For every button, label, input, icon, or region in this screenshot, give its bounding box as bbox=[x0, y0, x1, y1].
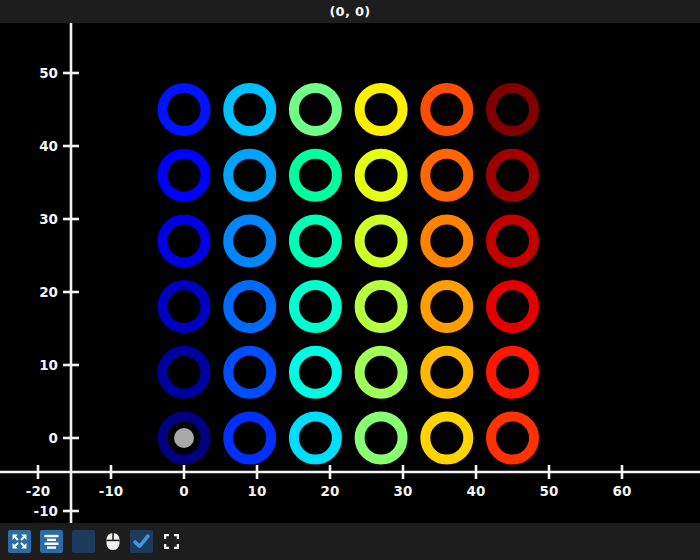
scatter-point[interactable] bbox=[228, 88, 271, 131]
x-tick-label: 50 bbox=[540, 483, 559, 499]
scatter-point[interactable] bbox=[294, 285, 337, 328]
scatter-point[interactable] bbox=[360, 417, 403, 460]
scatter-point[interactable] bbox=[228, 351, 271, 394]
y-tick-label: 20 bbox=[39, 284, 58, 300]
scatter-point[interactable] bbox=[360, 154, 403, 197]
title-bar: (0, 0) bbox=[0, 0, 700, 23]
app-window: (0, 0) -20-10010203040506050403020100-10 bbox=[0, 0, 700, 560]
align-center-icon bbox=[44, 534, 59, 549]
scatter-point[interactable] bbox=[228, 154, 271, 197]
scatter-chart[interactable]: -20-10010203040506050403020100-10 bbox=[0, 23, 700, 523]
scatter-point[interactable] bbox=[425, 351, 468, 394]
scatter-point[interactable] bbox=[163, 154, 206, 197]
scatter-point[interactable] bbox=[425, 88, 468, 131]
scatter-point[interactable] bbox=[425, 417, 468, 460]
scatter-point[interactable] bbox=[491, 154, 534, 197]
scatter-point[interactable] bbox=[294, 417, 337, 460]
x-tick-label: 30 bbox=[394, 483, 413, 499]
page-title: (0, 0) bbox=[329, 4, 370, 19]
x-tick-label: 10 bbox=[248, 483, 267, 499]
x-tick-label: -20 bbox=[26, 483, 50, 499]
fullscreen-button[interactable] bbox=[162, 530, 180, 553]
scatter-point[interactable] bbox=[294, 351, 337, 394]
x-tick-label: -10 bbox=[99, 483, 123, 499]
y-tick-label: -10 bbox=[34, 503, 58, 519]
scatter-point[interactable] bbox=[163, 219, 206, 262]
scatter-point[interactable] bbox=[163, 285, 206, 328]
scatter-point[interactable] bbox=[294, 154, 337, 197]
scatter-point[interactable] bbox=[228, 285, 271, 328]
plot-area[interactable]: -20-10010203040506050403020100-10 bbox=[0, 23, 700, 523]
mouse-indicator[interactable] bbox=[104, 530, 122, 553]
scatter-point[interactable] bbox=[491, 417, 534, 460]
x-tick-label: 60 bbox=[613, 483, 632, 499]
x-tick-label: 20 bbox=[321, 483, 340, 499]
scatter-point[interactable] bbox=[491, 88, 534, 131]
scatter-point[interactable] bbox=[294, 88, 337, 131]
move-arrows-icon bbox=[12, 534, 27, 549]
scatter-point[interactable] bbox=[491, 219, 534, 262]
mouse-icon bbox=[106, 532, 120, 551]
scatter-point[interactable] bbox=[360, 219, 403, 262]
scatter-point[interactable] bbox=[425, 154, 468, 197]
bottom-toolbar bbox=[0, 523, 700, 560]
scatter-point[interactable] bbox=[163, 88, 206, 131]
scatter-point[interactable] bbox=[360, 88, 403, 131]
confirm-checkbox[interactable] bbox=[130, 530, 153, 553]
fullscreen-icon bbox=[164, 534, 179, 549]
scatter-point[interactable] bbox=[228, 417, 271, 460]
scatter-point[interactable] bbox=[294, 219, 337, 262]
x-tick-label: 0 bbox=[179, 483, 188, 499]
check-icon bbox=[133, 534, 150, 549]
y-tick-label: 0 bbox=[49, 430, 58, 446]
align-center-button[interactable] bbox=[40, 530, 63, 553]
scatter-point[interactable] bbox=[228, 219, 271, 262]
scatter-point[interactable] bbox=[360, 285, 403, 328]
scatter-point[interactable] bbox=[425, 219, 468, 262]
y-tick-label: 10 bbox=[39, 357, 58, 373]
y-tick-label: 50 bbox=[39, 65, 58, 81]
y-tick-label: 30 bbox=[39, 211, 58, 227]
y-tick-label: 40 bbox=[39, 138, 58, 154]
scatter-point[interactable] bbox=[491, 285, 534, 328]
x-tick-label: 40 bbox=[467, 483, 486, 499]
scatter-point[interactable] bbox=[425, 285, 468, 328]
scatter-point[interactable] bbox=[163, 351, 206, 394]
inactive-toggle[interactable] bbox=[72, 530, 95, 553]
selected-point-dot[interactable] bbox=[174, 428, 194, 448]
pan-button[interactable] bbox=[8, 530, 31, 553]
scatter-point[interactable] bbox=[360, 351, 403, 394]
scatter-point[interactable] bbox=[491, 351, 534, 394]
